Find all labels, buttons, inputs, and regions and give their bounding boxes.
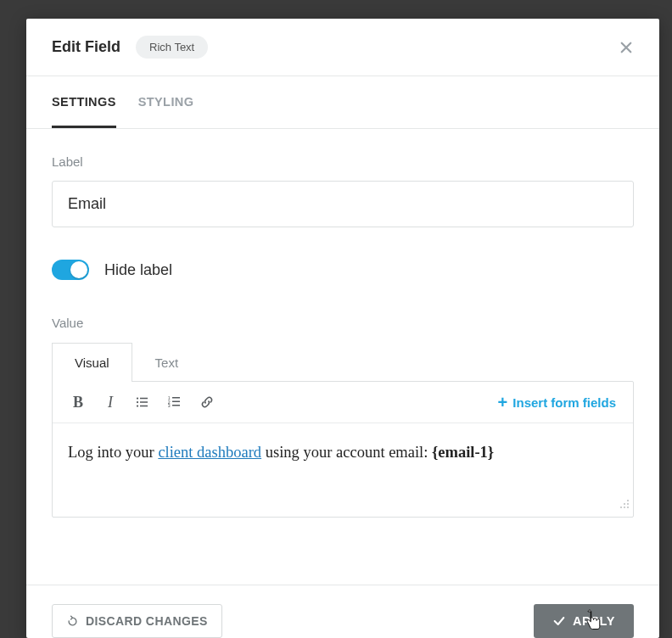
edit-field-modal: Edit Field Rich Text SETTINGS STYLING La… [26, 19, 659, 638]
svg-rect-1 [140, 398, 148, 400]
close-icon[interactable] [619, 40, 634, 55]
modal-header: Edit Field Rich Text [26, 19, 659, 76]
editor-mode-tabs: Visual Text [52, 342, 634, 381]
svg-point-15 [627, 506, 629, 508]
unordered-list-button[interactable] [129, 389, 156, 416]
settings-panel: Label Hide label Value Visual Text B I [26, 129, 659, 585]
apply-button[interactable]: APPLY [534, 604, 634, 638]
hide-label-toggle[interactable] [52, 260, 89, 280]
svg-point-14 [624, 503, 625, 505]
rich-text-editor: B I 123 + Insert form fie [52, 381, 634, 518]
settings-tabs: SETTINGS STYLING [26, 76, 659, 129]
tab-styling[interactable]: STYLING [138, 76, 194, 128]
editor-tab-text[interactable]: Text [132, 343, 202, 382]
value-heading: Value [52, 316, 634, 330]
insert-form-fields-button[interactable]: + Insert form fields [498, 394, 621, 411]
modal-title: Edit Field [52, 38, 120, 56]
svg-point-4 [137, 405, 138, 406]
link-button[interactable] [193, 389, 221, 416]
undo-icon [66, 615, 79, 628]
content-token: {email-1} [432, 444, 494, 461]
modal-footer: DISCARD CHANGES APPLY [26, 585, 659, 638]
svg-rect-7 [172, 397, 180, 399]
editor-toolbar: B I 123 + Insert form fie [53, 382, 633, 423]
svg-rect-9 [172, 401, 180, 403]
bold-button[interactable]: B [64, 389, 92, 416]
check-icon [552, 614, 566, 628]
editor-content[interactable]: Log into your client dashboard using you… [53, 423, 633, 517]
insert-fields-label: Insert form fields [512, 395, 616, 410]
tab-settings[interactable]: SETTINGS [52, 76, 116, 128]
svg-rect-3 [140, 401, 148, 403]
svg-rect-11 [172, 405, 180, 406]
italic-button[interactable]: I [97, 389, 124, 416]
content-mid: using your account email: [261, 444, 432, 461]
plus-icon: + [498, 394, 508, 411]
ordered-list-button[interactable]: 123 [161, 389, 188, 416]
label-heading: Label [52, 154, 634, 169]
editor-tab-visual[interactable]: Visual [52, 343, 132, 382]
svg-text:3: 3 [168, 403, 171, 408]
svg-point-16 [624, 506, 625, 508]
svg-point-0 [137, 397, 138, 399]
resize-grip-icon[interactable] [619, 495, 630, 513]
label-input[interactable] [52, 181, 634, 227]
toggle-knob [70, 261, 87, 278]
discard-button[interactable]: DISCARD CHANGES [52, 604, 222, 638]
field-type-chip: Rich Text [136, 36, 208, 59]
hide-label-text: Hide label [104, 261, 172, 279]
content-link[interactable]: client dashboard [158, 444, 261, 461]
svg-rect-5 [140, 406, 148, 407]
svg-point-2 [137, 401, 138, 403]
svg-point-12 [627, 500, 629, 501]
discard-label: DISCARD CHANGES [86, 614, 208, 628]
content-pre: Log into your [68, 444, 158, 461]
svg-point-17 [620, 506, 622, 508]
svg-point-13 [627, 503, 629, 505]
apply-label: APPLY [573, 614, 615, 628]
